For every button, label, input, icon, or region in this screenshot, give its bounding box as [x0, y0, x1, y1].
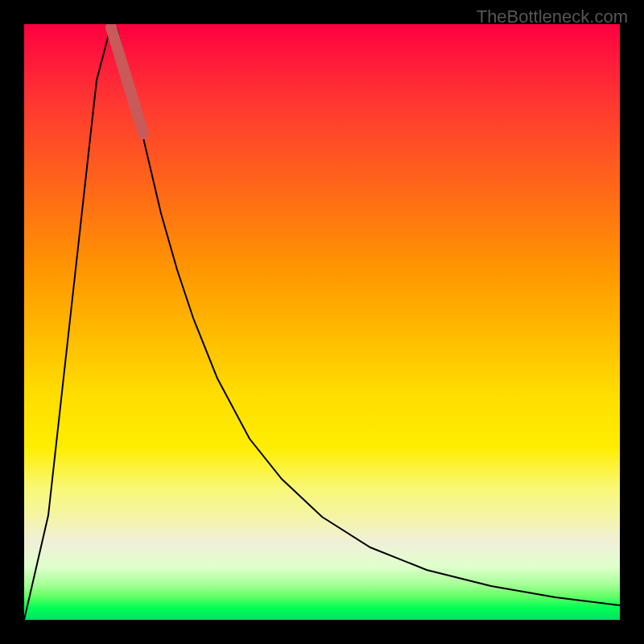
bottleneck-curve: [24, 26, 620, 620]
highlight-marker: [111, 27, 143, 134]
watermark-text: TheBottleneck.com: [477, 6, 628, 27]
chart-plot-area: [24, 24, 620, 620]
chart-svg: [24, 24, 620, 620]
